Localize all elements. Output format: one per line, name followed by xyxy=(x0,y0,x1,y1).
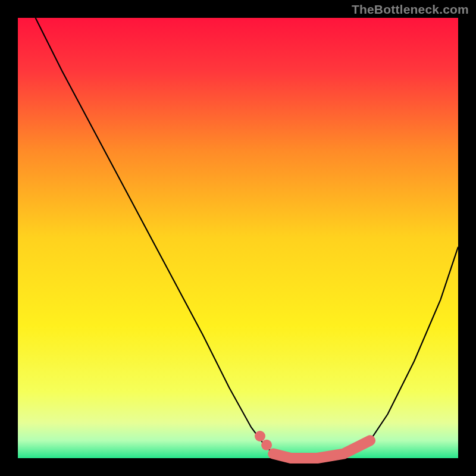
plot-gradient-background xyxy=(18,18,458,458)
watermark-text: TheBottleneck.com xyxy=(352,2,469,17)
highlight-dot-lower xyxy=(261,440,272,450)
bottleneck-curve-plot xyxy=(0,0,476,476)
chart-stage: TheBottleneck.com xyxy=(0,0,476,476)
highlight-dot-upper xyxy=(255,431,265,441)
